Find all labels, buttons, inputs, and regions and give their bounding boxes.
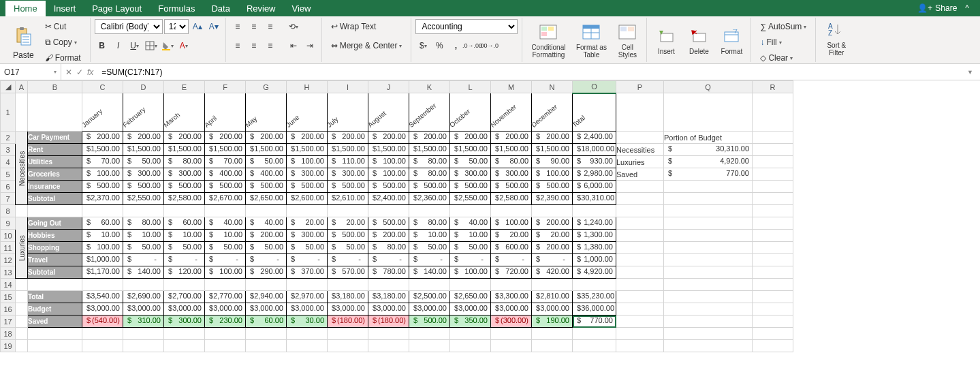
cell[interactable]: $- bbox=[328, 254, 368, 266]
cell[interactable]: $2,580.00 bbox=[491, 193, 532, 205]
cell[interactable]: $- bbox=[450, 254, 491, 266]
cell[interactable]: $500.00 bbox=[532, 181, 573, 193]
align-top-icon[interactable]: ≡ bbox=[230, 19, 245, 34]
cell[interactable]: $100.00 bbox=[82, 242, 123, 254]
cell[interactable]: $300.00 bbox=[287, 230, 328, 242]
cell[interactable]: $2,610.00 bbox=[328, 193, 368, 205]
row-header-9[interactable]: 9 bbox=[1, 217, 16, 230]
row-header-3[interactable]: 3 bbox=[1, 144, 16, 156]
name-box[interactable]: O17▾ bbox=[0, 64, 61, 80]
cell[interactable]: $1,240.00 bbox=[573, 217, 616, 230]
cell[interactable]: $3,000.00 bbox=[491, 303, 532, 315]
tab-formulas[interactable]: Formulas bbox=[150, 1, 203, 16]
cell[interactable]: $- bbox=[287, 254, 328, 266]
cell[interactable]: $3,000.00 bbox=[82, 303, 123, 315]
cell[interactable]: $300.00 bbox=[491, 168, 532, 181]
cell[interactable]: $770.00 bbox=[664, 168, 753, 181]
align-bottom-icon[interactable]: ≡ bbox=[263, 19, 278, 34]
cancel-icon[interactable]: ✕ bbox=[65, 67, 72, 77]
row-header-14[interactable]: 14 bbox=[1, 279, 16, 291]
cell[interactable]: $10.00 bbox=[82, 230, 123, 242]
cell[interactable]: $100.00 bbox=[368, 156, 409, 168]
col-header-Q[interactable]: Q bbox=[664, 81, 753, 93]
cell[interactable]: $2,500.00 bbox=[409, 291, 450, 303]
cut-button[interactable]: ✂Cut bbox=[40, 19, 86, 34]
paste-icon[interactable] bbox=[12, 25, 34, 49]
cell[interactable]: $200.00 bbox=[491, 132, 532, 144]
cell[interactable]: $100.00 bbox=[287, 156, 328, 168]
cell[interactable]: $1,380.00 bbox=[573, 242, 616, 254]
cell[interactable]: $10.00 bbox=[123, 230, 164, 242]
col-header-P[interactable]: P bbox=[616, 81, 664, 93]
cell[interactable]: $40.00 bbox=[450, 217, 491, 230]
font-name-select[interactable]: Calibri (Body) bbox=[95, 19, 163, 34]
cell[interactable]: $1,500.00 bbox=[328, 144, 368, 156]
cell[interactable]: $1,300.00 bbox=[573, 230, 616, 242]
cell[interactable]: $- bbox=[246, 254, 287, 266]
tab-data[interactable]: Data bbox=[203, 1, 238, 16]
cell[interactable]: $200.00 bbox=[368, 230, 409, 242]
increase-font-icon[interactable]: A▴ bbox=[190, 19, 205, 34]
cell[interactable]: $140.00 bbox=[123, 266, 164, 279]
cell[interactable]: $80.00 bbox=[409, 217, 450, 230]
cell[interactable]: $290.00 bbox=[246, 266, 287, 279]
conditional-formatting-icon[interactable] bbox=[536, 21, 560, 43]
cell[interactable]: $- bbox=[532, 254, 573, 266]
cell[interactable]: $200.00 bbox=[82, 132, 123, 144]
cell[interactable]: $2,650.00 bbox=[450, 291, 491, 303]
cell[interactable]: $500.00 bbox=[123, 181, 164, 193]
row-header-15[interactable]: 15 bbox=[1, 291, 16, 303]
cell[interactable]: $1,500.00 bbox=[123, 144, 164, 156]
cell[interactable]: $500.00 bbox=[328, 230, 368, 242]
col-header-J[interactable]: J bbox=[368, 81, 409, 93]
cell[interactable]: $80.00 bbox=[368, 242, 409, 254]
decrease-decimal-icon[interactable]: .00→.0 bbox=[481, 38, 496, 53]
cell[interactable]: $500.00 bbox=[368, 217, 409, 230]
cell[interactable]: $3,000.00 bbox=[450, 303, 491, 315]
cell[interactable]: $2,700.00 bbox=[164, 291, 205, 303]
cell[interactable]: $2,600.00 bbox=[287, 193, 328, 205]
cell[interactable]: $1,000.00 bbox=[82, 254, 123, 266]
cell[interactable]: $2,400.00 bbox=[573, 132, 616, 144]
delete-cells-icon[interactable]: ✕ bbox=[686, 25, 711, 47]
row-header-12[interactable]: 12 bbox=[1, 254, 16, 266]
cell[interactable]: $1,500.00 bbox=[409, 144, 450, 156]
cell[interactable]: $- bbox=[409, 254, 450, 266]
cell[interactable]: $2,360.00 bbox=[409, 193, 450, 205]
cell[interactable]: $300.00 bbox=[164, 168, 205, 181]
cell[interactable]: $50.00 bbox=[246, 156, 287, 168]
italic-button[interactable]: I bbox=[111, 38, 126, 53]
row-header-5[interactable]: 5 bbox=[1, 168, 16, 181]
cell[interactable]: $200.00 bbox=[287, 132, 328, 144]
align-middle-icon[interactable]: ≡ bbox=[247, 19, 262, 34]
cell[interactable]: $3,000.00 bbox=[246, 303, 287, 315]
format-as-table-icon[interactable] bbox=[579, 21, 603, 43]
cell[interactable]: $80.00 bbox=[164, 156, 205, 168]
font-size-select[interactable]: 12 bbox=[164, 19, 189, 34]
row-header-4[interactable]: 4 bbox=[1, 156, 16, 168]
cell[interactable]: $4,920.00 bbox=[664, 156, 753, 168]
cell[interactable]: $60.00 bbox=[82, 217, 123, 230]
tab-review[interactable]: Review bbox=[238, 1, 284, 16]
cell[interactable]: $3,180.00 bbox=[368, 291, 409, 303]
cell[interactable]: $3,000.00 bbox=[287, 303, 328, 315]
cell[interactable]: $1,500.00 bbox=[287, 144, 328, 156]
cell[interactable]: $2,550.00 bbox=[450, 193, 491, 205]
cell[interactable]: $80.00 bbox=[491, 156, 532, 168]
cell[interactable]: $600.00 bbox=[491, 242, 532, 254]
tab-page-layout[interactable]: Page Layout bbox=[84, 1, 150, 16]
formula-input[interactable] bbox=[97, 66, 960, 78]
row-header-13[interactable]: 13 bbox=[1, 266, 16, 279]
cell[interactable]: $300.00 bbox=[328, 168, 368, 181]
cell[interactable]: $930.00 bbox=[573, 156, 616, 168]
cell[interactable]: $50.00 bbox=[246, 242, 287, 254]
currency-icon[interactable]: $ bbox=[415, 38, 430, 53]
bold-button[interactable]: B bbox=[95, 38, 110, 53]
col-header-D[interactable]: D bbox=[123, 81, 164, 93]
cell[interactable]: $500.00 bbox=[205, 181, 246, 193]
cell[interactable]: $200.00 bbox=[532, 217, 573, 230]
cell[interactable]: $140.00 bbox=[409, 266, 450, 279]
cell[interactable]: $300.00 bbox=[123, 168, 164, 181]
cell[interactable]: $1,170.00 bbox=[82, 266, 123, 279]
borders-button[interactable] bbox=[144, 38, 159, 53]
